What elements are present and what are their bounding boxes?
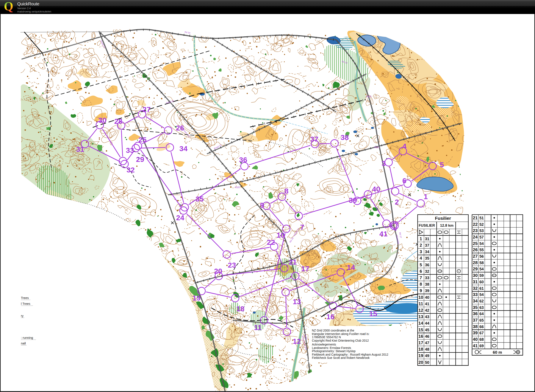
svg-text:40: 40 (425, 295, 429, 300)
svg-text:38: 38 (473, 324, 478, 329)
svg-text:19: 19 (418, 353, 423, 358)
svg-text:8: 8 (420, 282, 422, 286)
svg-text:20: 20 (214, 267, 222, 275)
svg-text:34: 34 (473, 299, 478, 303)
svg-text:15: 15 (369, 310, 377, 318)
svg-text:63: 63 (479, 305, 484, 310)
svg-text:60 m: 60 m (493, 350, 502, 355)
svg-text:25: 25 (473, 241, 478, 246)
svg-text:46: 46 (425, 334, 429, 339)
svg-text:4: 4 (402, 142, 406, 150)
svg-text:17: 17 (418, 340, 423, 345)
svg-text:15: 15 (418, 327, 423, 332)
svg-text:Photogrammetry: Stewart Hyslop: Photogrammetry: Stewart Hyslop (312, 350, 356, 353)
svg-text:Fusilier: Fusilier (435, 216, 451, 221)
svg-text:19: 19 (192, 294, 201, 302)
svg-text:62: 62 (479, 299, 484, 303)
svg-text:55: 55 (479, 248, 484, 252)
svg-text:9: 9 (420, 288, 422, 293)
svg-text:24: 24 (176, 214, 184, 222)
svg-text:37: 37 (310, 135, 318, 143)
svg-text:39: 39 (425, 289, 429, 293)
svg-text:21: 21 (473, 215, 478, 220)
svg-text:Rd30: Rd30 (235, 186, 240, 189)
svg-text:12: 12 (418, 308, 423, 313)
svg-text:Copyright Red Kiwi Orienteerin: Copyright Red Kiwi Orienteering Club 201… (312, 339, 369, 342)
svg-text:16: 16 (418, 334, 423, 339)
svg-text:Fieldwork and Cartography : Ru: Fieldwork and Cartography : Russell High… (312, 353, 388, 356)
svg-text:40: 40 (473, 337, 478, 342)
svg-text:1: 1 (424, 192, 428, 201)
svg-text:33: 33 (473, 292, 478, 297)
svg-text:23: 23 (473, 228, 478, 233)
svg-text:Trees: Trees (21, 296, 29, 300)
svg-text:9: 9 (260, 201, 264, 209)
svg-text:60: 60 (479, 280, 484, 284)
svg-text:27: 27 (473, 254, 478, 259)
svg-text:10: 10 (277, 231, 285, 239)
svg-text:39: 39 (349, 196, 357, 204)
svg-text:35: 35 (473, 305, 478, 310)
svg-text:14: 14 (347, 263, 355, 271)
svg-text:NZ Grid 2000 coordinates at th: NZ Grid 2000 coordinates at the (312, 329, 354, 332)
svg-text:36: 36 (473, 311, 478, 316)
svg-text:31: 31 (473, 280, 478, 284)
svg-text:Q: Q (4, 0, 13, 13)
svg-text:3: 3 (420, 249, 422, 254)
svg-text:6: 6 (402, 177, 406, 185)
svg-text:58: 58 (479, 261, 484, 265)
svg-text:66: 66 (479, 325, 484, 329)
svg-text:37: 37 (473, 318, 478, 322)
svg-text:Rd30: Rd30 (374, 146, 379, 149)
svg-text:31: 31 (76, 145, 84, 153)
svg-text:11: 11 (254, 323, 262, 331)
svg-text:41: 41 (379, 230, 387, 238)
svg-text:1786853E 5554762 N: 1786853E 5554762 N (312, 336, 341, 339)
svg-text:44: 44 (425, 321, 429, 326)
svg-text:6: 6 (420, 269, 422, 274)
svg-text:65: 65 (479, 318, 484, 322)
svg-text:48: 48 (425, 347, 429, 351)
svg-text:nall: nall (21, 342, 26, 345)
svg-text:36: 36 (239, 156, 247, 164)
svg-text:53: 53 (479, 229, 484, 233)
svg-text:38: 38 (341, 133, 349, 141)
svg-text:54: 54 (479, 242, 484, 246)
svg-text:47: 47 (425, 341, 429, 345)
svg-text:12.8 km: 12.8 km (440, 224, 454, 228)
svg-text:64: 64 (479, 312, 484, 316)
svg-text:27: 27 (143, 105, 151, 113)
svg-text:ry: ry (21, 314, 24, 317)
svg-text:31: 31 (425, 237, 429, 241)
svg-text:35: 35 (196, 195, 204, 203)
svg-text:69: 69 (479, 344, 484, 348)
svg-text:7: 7 (300, 223, 304, 231)
svg-text:7: 7 (420, 275, 422, 280)
svg-text:5: 5 (420, 262, 422, 267)
svg-text:35: 35 (425, 256, 429, 261)
svg-text:23: 23 (228, 261, 236, 269)
svg-text:triangular intersection along: triangular intersection along Fusilier r… (312, 332, 369, 336)
svg-text:13: 13 (418, 314, 423, 319)
svg-text:13: 13 (293, 298, 301, 306)
svg-text:5: 5 (440, 161, 444, 169)
svg-text:1: 1 (420, 236, 422, 241)
svg-text:41: 41 (425, 302, 429, 306)
svg-text:43: 43 (425, 315, 429, 319)
svg-text:52: 52 (479, 222, 484, 227)
svg-text:3: 3 (382, 159, 386, 168)
svg-text:Acknowlegements: Acknowlegements (312, 343, 336, 346)
svg-text:22: 22 (473, 222, 478, 227)
svg-text:30: 30 (473, 273, 478, 278)
svg-text:12: 12 (293, 337, 301, 345)
svg-text:38: 38 (425, 282, 429, 286)
svg-text:57: 57 (479, 235, 484, 239)
svg-text:54: 54 (479, 293, 484, 297)
svg-text:45: 45 (425, 328, 429, 332)
svg-text:FUSILIER: FUSILIER (419, 224, 435, 227)
svg-text:37: 37 (425, 243, 429, 247)
svg-text:20: 20 (418, 360, 423, 365)
svg-text:17: 17 (301, 265, 309, 273)
svg-text:28: 28 (114, 117, 122, 125)
svg-text:54: 54 (479, 267, 484, 271)
